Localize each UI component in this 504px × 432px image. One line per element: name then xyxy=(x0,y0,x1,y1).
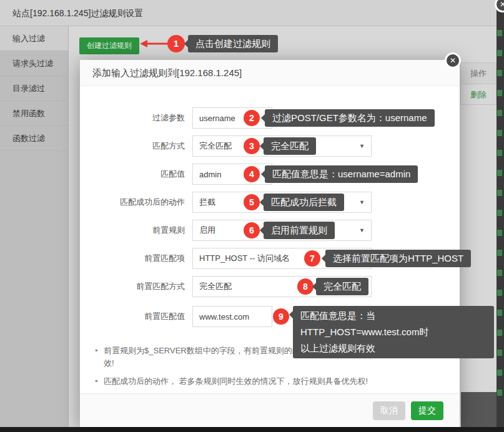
select-value: 完全匹配 xyxy=(199,136,232,156)
dialog-titlebar: 站点[192.168.1.245]过滤规则设置 xyxy=(0,0,497,26)
sidebar-item-directory-filter[interactable]: 目录滤过 xyxy=(0,76,68,101)
annotation-badge-3: 3 xyxy=(244,138,260,154)
form-row-match-value: 匹配值 4 匹配值意思是：username=admin xyxy=(80,164,460,192)
field-label: 前置匹配方式 xyxy=(80,276,185,297)
background-page-strip xyxy=(497,0,504,432)
select-value: 完全匹配 xyxy=(199,277,232,297)
pre-match-value-input[interactable] xyxy=(192,306,272,327)
field-label: 过滤参数 xyxy=(80,107,185,129)
form-row-match-action: 匹配成功后的动作 拦截 ▼ 5 匹配成功后拦截 xyxy=(80,192,460,220)
annotation-badge-5: 5 xyxy=(244,194,260,210)
background-page-bottom xyxy=(0,427,504,432)
annotation-tooltip-8: 完全匹配 xyxy=(316,278,368,295)
rules-table-fragment: 操作 删除 xyxy=(460,62,497,105)
chevron-down-icon: ▼ xyxy=(359,220,365,240)
form-row-match-mode: 匹配方式 完全匹配 ▼ 3 完全匹配 xyxy=(80,135,460,164)
add-filter-rule-modal: 添加输入过滤规则到[192.168.1.245] ✕ 过滤参数 2 过滤POST… xyxy=(80,60,460,427)
form-row-filter-param: 过滤参数 2 过滤POST/GET参数名为：username xyxy=(80,107,460,135)
submit-button[interactable]: 提交 xyxy=(411,401,443,420)
field-label: 匹配值 xyxy=(80,164,185,185)
chevron-down-icon: ▼ xyxy=(359,136,365,156)
field-label: 前置规则 xyxy=(80,220,185,241)
annotation-tooltip-6: 启用前置规则 xyxy=(264,222,335,239)
select-value: 拦截 xyxy=(199,192,215,212)
annotation-badge-1: 1 xyxy=(167,35,185,52)
note-action-priority: 匹配成功后的动作， 若多条规则同时生效的情况下，放行规则具备优先权! xyxy=(92,375,448,388)
form-row-pre-rule: 前置规则 启用 ▼ 6 启用前置规则 xyxy=(80,220,460,248)
sidebar-item-disabled-functions[interactable]: 禁用函数 xyxy=(0,101,68,126)
annotation-tooltip-4: 匹配值意思是：username=admin xyxy=(265,165,418,183)
select-value: HTTP_HOST -- 访问域名 xyxy=(199,248,290,268)
sidebar-item-input-filter[interactable]: 输入过滤 xyxy=(0,26,68,51)
dialog-title: 站点[192.168.1.245]过滤规则设置 xyxy=(0,0,497,26)
annotation-badge-8: 8 xyxy=(297,278,314,295)
chevron-down-icon: ▼ xyxy=(359,192,365,212)
form-row-pre-match-mode: 前置匹配方式 完全匹配 ▼ 8 完全匹配 xyxy=(80,276,460,304)
annotation-tooltip-1: 点击创建过滤规则 xyxy=(188,35,278,52)
table-header-operation: 操作 xyxy=(460,62,497,84)
annotation-tooltip-9: 匹配值意思是：当HTTP_HOST=www.test.com时 以上过滤规则有效 xyxy=(293,306,494,358)
annotation-badge-4: 4 xyxy=(244,166,260,182)
field-label: 前置匹配项 xyxy=(80,248,185,269)
field-label: 匹配方式 xyxy=(80,135,185,157)
modal-title: 添加输入过滤规则到[192.168.1.245] xyxy=(80,60,460,86)
sidebar-item-request-header-filter[interactable]: 请求头过滤 xyxy=(0,51,68,76)
sidebar-item-function-filter[interactable]: 函数过滤 xyxy=(0,126,68,151)
field-label: 前置匹配值 xyxy=(80,306,185,327)
filter-param-input[interactable] xyxy=(192,107,272,129)
filter-type-sidebar: 输入过滤 请求头过滤 目录滤过 禁用函数 函数过滤 xyxy=(0,26,69,427)
delete-link[interactable]: 删除 xyxy=(460,84,497,105)
annotation-badge-9: 9 xyxy=(273,308,289,325)
annotation-badge-2: 2 xyxy=(244,110,260,126)
annotation-tooltip-3: 完全匹配 xyxy=(264,137,316,155)
annotation-tooltip-2: 过滤POST/GET参数名为：username xyxy=(265,109,435,127)
annotation-arrow-icon xyxy=(140,39,169,48)
form-row-pre-match-value: 前置匹配值 9 匹配值意思是：当HTTP_HOST=www.test.com时 … xyxy=(80,306,460,334)
select-value: 启用 xyxy=(199,220,215,240)
filter-rule-form: 过滤参数 2 过滤POST/GET参数名为：username 匹配方式 完全匹配… xyxy=(80,107,460,334)
dimmed-corner xyxy=(461,392,497,427)
annotation-badge-7: 7 xyxy=(304,250,320,267)
match-value-input[interactable] xyxy=(192,164,272,185)
modal-footer: 取消 提交 xyxy=(80,393,460,427)
create-filter-rule-button[interactable]: 创建过滤规则 xyxy=(79,37,139,54)
form-row-pre-match-item: 前置匹配项 HTTP_HOST -- 访问域名 ▼ 7 选择前置匹配项为HTTP… xyxy=(80,248,460,276)
annotation-tooltip-5: 匹配成功后拦截 xyxy=(264,194,344,211)
field-label: 匹配成功后的动作 xyxy=(80,192,185,213)
cancel-button[interactable]: 取消 xyxy=(373,401,405,420)
modal-header: 添加输入过滤规则到[192.168.1.245] xyxy=(80,60,460,86)
annotation-tooltip-7: 选择前置匹配项为HTTP_HOST xyxy=(325,250,471,267)
close-icon[interactable]: ✕ xyxy=(445,52,461,69)
annotation-badge-6: 6 xyxy=(244,222,260,238)
